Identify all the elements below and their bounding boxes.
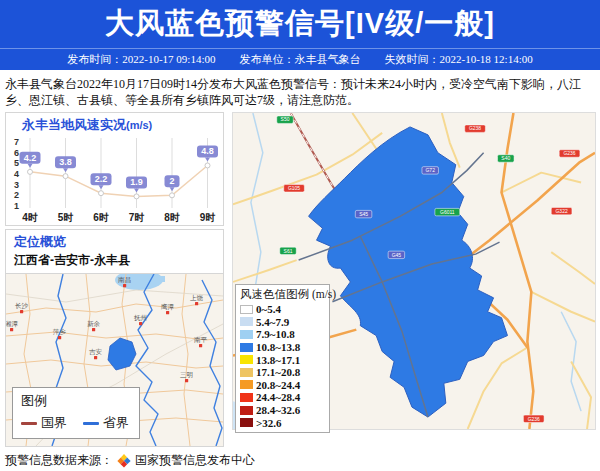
wind-legend-title: 风速色值图例 (m/s): [240, 287, 325, 302]
footer: 预警信息数据来源： 国家预警信息发布中心 气象数据来源：中国气象局全国自动站实况: [0, 447, 600, 471]
svg-text:2.2: 2.2: [95, 174, 108, 184]
svg-text:三明: 三明: [180, 371, 193, 378]
svg-text:4.8: 4.8: [201, 146, 214, 156]
chart-title: 永丰当地风速实况(m/s): [6, 113, 223, 134]
wind-legend-row: 10.8~13.8: [240, 341, 325, 354]
svg-text:2: 2: [14, 190, 19, 200]
wind-legend-label: >32.6: [256, 417, 282, 429]
wind-legend-swatch: [240, 317, 253, 326]
warning-description: 永丰县气象台2022年10月17日09时14分发布大风蓝色预警信号：预计未来24…: [0, 70, 600, 112]
wind-legend-swatch: [240, 343, 253, 352]
wind-legend-swatch: [240, 330, 253, 339]
wind-legend-row: 0~5.4: [240, 303, 325, 316]
svg-text:6时: 6时: [93, 212, 109, 223]
warning-source-line: 预警信息数据来源： 国家预警信息发布中心: [5, 452, 600, 469]
wind-legend-swatch: [240, 380, 253, 389]
svg-text:1.9: 1.9: [130, 177, 143, 187]
svg-text:南昌: 南昌: [118, 276, 131, 283]
left-column: 永丰当地风速实况(m/s) 12345674.24时3.85时2.26时1.97…: [5, 112, 224, 447]
border-legend-item: 省界: [83, 414, 129, 432]
svg-text:湘潭: 湘潭: [6, 320, 19, 328]
wind-legend-row: 17.1~20.8: [240, 366, 325, 379]
wind-speed-legend: 风速色值图例 (m/s) 0~5.45.4~7.97.9~10.810.8~13…: [235, 284, 330, 433]
overview-map[interactable]: 长沙湘潭南昌萍乡新余吉安抚州鹰潭上饶南平三明 图例 国界省界: [6, 274, 223, 446]
svg-text:上饶: 上饶: [190, 294, 204, 302]
svg-text:6: 6: [14, 148, 19, 158]
wind-legend-row: 13.8~17.1: [240, 353, 325, 366]
publish-time: 发布时间：2022-10-17 09:14:00: [67, 52, 215, 67]
svg-text:新余: 新余: [87, 320, 101, 328]
wind-legend-row: 7.9~10.8: [240, 328, 325, 341]
border-legend-label: 省界: [103, 414, 129, 432]
border-legend-item: 国界: [21, 414, 67, 432]
wind-chart-panel: 永丰当地风速实况(m/s) 12345674.24时3.85时2.26时1.97…: [5, 112, 224, 226]
svg-text:4: 4: [14, 169, 19, 179]
svg-text:S61: S61: [284, 249, 293, 254]
svg-text:4.2: 4.2: [24, 153, 37, 163]
svg-text:9时: 9时: [200, 212, 216, 223]
wind-legend-label: 24.4~28.4: [256, 391, 300, 403]
svg-text:G105: G105: [288, 186, 300, 191]
svg-text:5时: 5时: [58, 212, 74, 223]
wind-legend-label: 5.4~7.9: [256, 316, 289, 328]
wind-legend-row: 28.4~32.6: [240, 404, 325, 417]
svg-text:7时: 7时: [129, 212, 145, 223]
svg-text:8时: 8时: [164, 212, 180, 223]
svg-text:5: 5: [14, 158, 19, 168]
border-legend-title: 图例: [21, 392, 129, 410]
wind-legend-row: 5.4~7.9: [240, 316, 325, 329]
svg-text:4时: 4时: [22, 212, 38, 223]
wind-legend-row: 24.4~28.4: [240, 391, 325, 404]
svg-text:3.8: 3.8: [59, 157, 72, 167]
wind-legend-swatch: [240, 406, 253, 415]
main-map[interactable]: G238S40G236G322G6011G105S61G236S50G45S45…: [232, 112, 596, 430]
wind-legend-label: 10.8~13.8: [256, 341, 300, 353]
svg-text:G72: G72: [426, 168, 436, 173]
wind-legend-swatch: [240, 355, 253, 364]
wind-legend-label: 0~5.4: [256, 303, 281, 315]
location-header: 定位概览 江西省-吉安市-永丰县: [6, 230, 223, 274]
wind-legend-row: 20.8~24.4: [240, 379, 325, 392]
wind-legend-swatch: [240, 368, 253, 377]
wind-legend-swatch: [240, 305, 253, 314]
warning-banner: 大风蓝色预警信号[IV级/一般]: [0, 0, 600, 48]
svg-text:3: 3: [14, 180, 19, 190]
svg-text:G45: G45: [392, 253, 402, 258]
content-area: 永丰当地风速实况(m/s) 12345674.24时3.85时2.26时1.97…: [0, 112, 600, 447]
wind-legend-row: >32.6: [240, 416, 325, 429]
svg-text:长沙: 长沙: [15, 302, 29, 310]
meta-bar: 发布时间：2022-10-17 09:14:00 发布单位：永丰县气象台 失效时…: [0, 48, 600, 70]
wind-legend-label: 13.8~17.1: [256, 354, 300, 366]
svg-text:吉安: 吉安: [89, 348, 103, 356]
wind-legend-swatch: [240, 418, 253, 427]
wind-legend-label: 7.9~10.8: [256, 328, 295, 340]
wind-legend-rows: 0~5.45.4~7.97.9~10.810.8~13.813.8~17.117…: [240, 303, 325, 429]
wind-legend-label: 17.1~20.8: [256, 366, 300, 378]
border-legend-line: [21, 422, 37, 425]
svg-text:G236: G236: [528, 417, 540, 422]
svg-text:S40: S40: [501, 156, 510, 161]
location-breadcrumb: 江西省-吉安市-永丰县: [14, 252, 215, 269]
svg-text:1: 1: [14, 201, 19, 211]
national-warning-center-icon: [117, 454, 131, 468]
wind-legend-label: 28.4~32.6: [256, 404, 300, 416]
svg-text:S45: S45: [359, 212, 368, 217]
svg-text:南平: 南平: [194, 336, 208, 343]
border-legend-rows: 国界省界: [21, 414, 129, 432]
border-legend-line: [83, 422, 99, 425]
expire-time: 失效时间：2022-10-18 12:14:00: [385, 52, 533, 67]
svg-text:2: 2: [169, 176, 174, 186]
wind-legend-label: 20.8~24.4: [256, 379, 300, 391]
svg-text:G322: G322: [556, 209, 568, 214]
location-panel: 定位概览 江西省-吉安市-永丰县: [5, 229, 224, 447]
svg-text:7: 7: [14, 137, 19, 147]
svg-text:S50: S50: [281, 117, 290, 122]
svg-text:G238: G238: [469, 126, 481, 131]
wind-legend-swatch: [240, 393, 253, 402]
border-legend: 图例 国界省界: [12, 387, 140, 439]
location-title: 定位概览: [14, 233, 215, 251]
wind-speed-chart: 12345674.24时3.85时2.26时1.97时28时4.89时: [6, 134, 223, 228]
page-title: 大风蓝色预警信号[IV级/一般]: [105, 4, 495, 44]
border-legend-label: 国界: [41, 414, 67, 432]
svg-text:抚州: 抚州: [133, 314, 147, 321]
